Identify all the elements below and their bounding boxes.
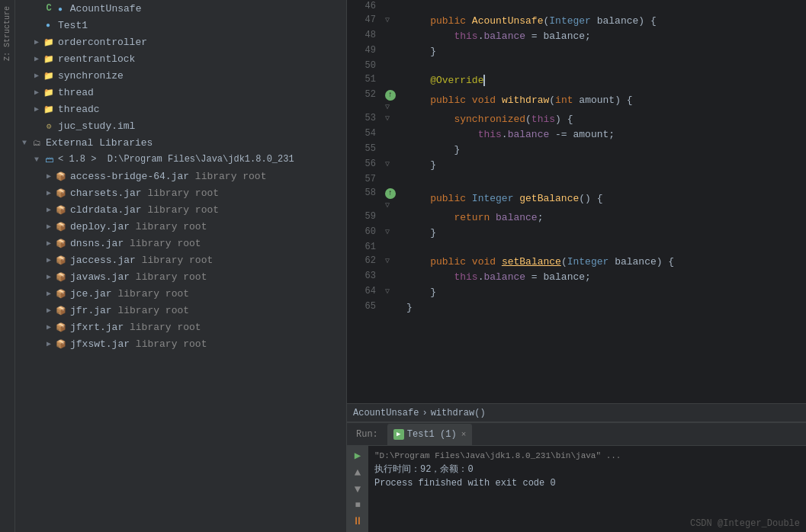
jar-icon-jfxrt: 📦	[55, 321, 67, 333]
tree-item-cldrdata[interactable]: 📦 cldrdata.jar library root	[15, 201, 346, 218]
fold-53[interactable]: ▽	[385, 114, 390, 123]
tree-item-accountunsafe[interactable]: C ● AcountUnsafe	[15, 0, 346, 17]
label-thread: thread	[58, 87, 94, 98]
label-jfxrt: jfxrt.jar library root	[70, 322, 201, 333]
fold-60[interactable]: ▽	[385, 228, 390, 236]
tree-item-javaws[interactable]: 📦 javaws.jar library root	[15, 268, 346, 285]
tree-item-jaccess[interactable]: 📦 jaccess.jar library root	[15, 252, 346, 268]
code-line-58: 58 ↑ ▽ public Integer getBalance() {	[347, 187, 806, 210]
code-line-60: 60 ▽ }	[347, 226, 806, 241]
tree-item-test1[interactable]: ● Test1	[15, 17, 346, 34]
run-label: Run:	[350, 429, 384, 440]
tree-item-jdk18[interactable]: 🗃 < 1.8 > D:\Program Files\Java\jdk1.8.0…	[15, 151, 346, 168]
fold-52[interactable]: ▽	[385, 103, 390, 111]
arrow-jaccess	[43, 254, 55, 266]
label-javaws: javaws.jar library root	[70, 271, 207, 283]
arrow-javaws	[43, 271, 55, 283]
run-tab-title: Test1 (1)	[407, 429, 457, 440]
output-line-exit: Process finished with exit code 0	[374, 476, 800, 490]
tree-item-threadc[interactable]: 📁 threadc	[15, 101, 346, 117]
iml-icon: ⚙	[43, 120, 55, 132]
left-edge-panel: Z: Structure	[0, 0, 15, 532]
tree-item-jfxswt[interactable]: 📦 jfxswt.jar library root	[15, 335, 346, 352]
label-jaccess: jaccess.jar library root	[70, 255, 213, 266]
jar-icon-charsets: 📦	[55, 187, 67, 199]
tree-item-thread[interactable]: 📁 thread	[15, 84, 346, 101]
breadcrumb-class[interactable]: AcountUnsafe	[353, 408, 419, 418]
label-ordercontroller: ordercontroller	[58, 37, 147, 48]
label-iml: juc_study.iml	[58, 120, 135, 132]
tree-item-ordercontroller[interactable]: 📁 ordercontroller	[15, 34, 346, 50]
output-cmd-line: "D:\Program Files\Java\jdk1.8.0_231\bin\…	[374, 449, 800, 463]
arrow-jdk18	[31, 153, 43, 165]
tree-item-dnsns[interactable]: 📦 dnsns.jar library root	[15, 235, 346, 252]
code-line-56: 56 ▽ }	[347, 158, 806, 173]
fold-58[interactable]: ▽	[385, 201, 390, 210]
class-icon-accountunsafe: C	[43, 2, 55, 14]
fold-47[interactable]: ▽	[385, 16, 390, 24]
code-line-53: 53 ▽ synchronized(this) {	[347, 112, 806, 127]
code-line-48: 48 this.balance = balance;	[347, 29, 806, 44]
jar-icon-cldrdata: 📦	[55, 204, 67, 216]
gutter-marker-58: ↑	[385, 188, 396, 199]
code-line-59: 59 return balance;	[347, 210, 806, 226]
fold-64[interactable]: ▽	[385, 287, 390, 296]
code-line-55: 55 }	[347, 143, 806, 158]
code-line-62: 62 ▽ public void setBalance(Integer bala…	[347, 255, 806, 270]
arrow-dnsns	[43, 237, 55, 249]
label-accountunsafe: ● AcountUnsafe	[58, 3, 141, 14]
tree-item-synchronize[interactable]: 📁 synchronize	[15, 67, 346, 84]
code-line-50: 50	[347, 59, 806, 73]
breadcrumb: AcountUnsafe › withdraw()	[347, 403, 806, 421]
code-editor: 46 47 ▽ public AcountUnsafe(Integer bala…	[347, 0, 806, 421]
folder-icon-ext-libs: 🗂	[31, 136, 43, 149]
run-button[interactable]: ▶	[350, 449, 365, 462]
jar-icon-deploy: 📦	[55, 220, 67, 232]
fold-62[interactable]: ▽	[385, 257, 390, 265]
run-toolbar: ▶ ▲ ▼ ■ ⏸ ⚙	[347, 446, 368, 532]
run-tab-close[interactable]: ×	[461, 430, 467, 439]
tree-item-charsets[interactable]: 📦 charsets.jar library root	[15, 184, 346, 201]
arrow-reentrantlock	[31, 53, 43, 65]
watermark: CSDN @Integer_Double	[690, 518, 800, 529]
jar-icon-dnsns: 📦	[55, 237, 67, 249]
pause-button[interactable]: ⏸	[350, 515, 365, 527]
scroll-up-button[interactable]: ▲	[350, 466, 365, 479]
arrow-test1	[31, 19, 43, 31]
tree-item-jce[interactable]: 📦 jce.jar library root	[15, 285, 346, 302]
code-line-63: 63 this.balance = balance;	[347, 270, 806, 285]
run-tab-test1[interactable]: ▶ Test1 (1) ×	[387, 424, 472, 445]
tree-item-deploy[interactable]: 📦 deploy.jar library root	[15, 218, 346, 235]
run-tabs-bar: Run: ▶ Test1 (1) ×	[347, 423, 806, 446]
arrow-jfr	[43, 304, 55, 316]
tree-item-iml[interactable]: ⚙ juc_study.iml	[15, 117, 346, 134]
tree-item-ext-libs[interactable]: 🗂 External Libraries	[15, 134, 346, 151]
breadcrumb-method[interactable]: withdraw()	[431, 408, 486, 418]
arrow-threadc	[31, 103, 43, 115]
breadcrumb-separator: ›	[422, 408, 427, 418]
stop-button[interactable]: ■	[350, 500, 365, 511]
structure-tab[interactable]: Z: Structure	[1, 0, 14, 67]
tree-item-reentrantlock[interactable]: 📁 reentrantlock	[15, 50, 346, 67]
arrow-access-bridge	[43, 170, 55, 182]
fold-56[interactable]: ▽	[385, 160, 390, 168]
arrow-jce	[43, 287, 55, 300]
tree-item-access-bridge[interactable]: 📦 access-bridge-64.jar library root	[15, 168, 346, 184]
scroll-down-button[interactable]: ▼	[350, 483, 365, 495]
arrow-iml	[31, 120, 43, 132]
label-access-bridge: access-bridge-64.jar library root	[70, 171, 266, 182]
label-charsets: charsets.jar library root	[70, 187, 219, 199]
arrow-synchronize	[31, 69, 43, 82]
code-line-49: 49 }	[347, 44, 806, 59]
tree-item-jfr[interactable]: 📦 jfr.jar library root	[15, 302, 346, 319]
folder-icon-threadc: 📁	[43, 103, 55, 115]
tree-item-jfxrt[interactable]: 📦 jfxrt.jar library root	[15, 319, 346, 335]
output-line-1: 执行时间：92，余额：0	[374, 463, 800, 476]
jar-icon-jfxswt: 📦	[55, 338, 67, 350]
label-synchronize: synchronize	[58, 70, 124, 82]
code-line-61: 61	[347, 241, 806, 255]
arrow-ext-libs	[18, 136, 31, 149]
jar-icon-jaccess: 📦	[55, 254, 67, 266]
code-scroll-area[interactable]: 46 47 ▽ public AcountUnsafe(Integer bala…	[347, 0, 806, 403]
label-test1: Test1	[58, 20, 88, 31]
